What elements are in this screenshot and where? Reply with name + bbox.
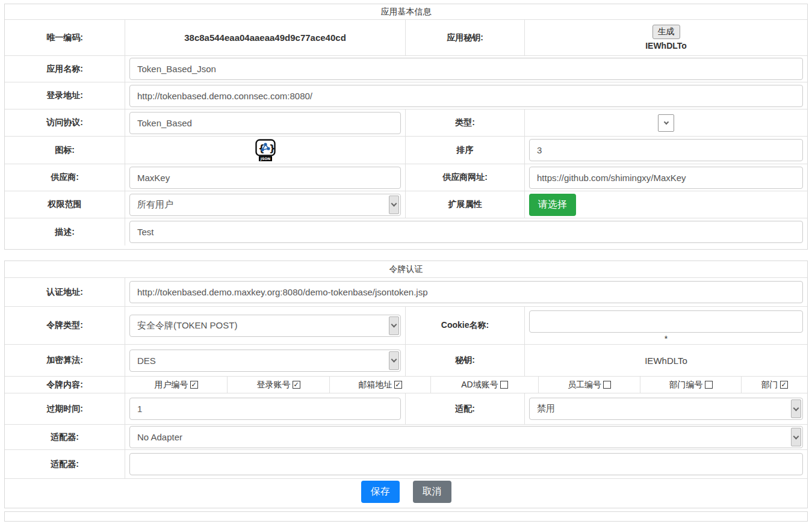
adapter-input-label: 适配器:	[5, 450, 125, 478]
token-content-item-label: 员工编号	[568, 380, 601, 390]
auth-url-cell	[125, 278, 807, 306]
basic-info-panel-title: 应用基本信息	[5, 4, 807, 20]
row-description: 描述:	[5, 218, 807, 245]
row-expiry-adapt: 过期时间: 适配: 禁用	[5, 393, 807, 424]
algorithm-label: 加密算法:	[5, 345, 125, 376]
cancel-button[interactable]: 取消	[413, 481, 451, 503]
checkbox-icon[interactable]	[394, 381, 402, 389]
row-auth-url: 认证地址:	[5, 278, 807, 306]
app-secret-label: 应用秘钥:	[405, 20, 524, 55]
row-login-url: 登录地址:	[5, 82, 807, 109]
token-content-item-userid[interactable]: 用户编号	[125, 377, 227, 393]
token-content-item-employee-id[interactable]: 员工编号	[538, 377, 640, 393]
expiry-label: 过期时间:	[5, 393, 125, 424]
app-name-label: 应用名称:	[5, 56, 125, 82]
svg-text:JSON: JSON	[259, 156, 270, 161]
algorithm-select[interactable]: DES	[129, 350, 401, 372]
ext-attr-label: 扩展属性	[405, 191, 524, 218]
row-scope-ext: 权限范围 所有用户 扩展属性 请选择	[5, 191, 807, 218]
algorithm-select-value: DES	[137, 356, 156, 366]
token-content-item-label: 用户编号	[155, 380, 188, 390]
login-url-cell	[125, 82, 807, 109]
checkbox-icon[interactable]	[500, 381, 508, 389]
protocol-input[interactable]	[129, 112, 401, 134]
cookie-name-label: Cookie名称:	[405, 307, 524, 344]
unique-code-cell: 38c8a544eaa04aaeaa49d9c77ace40cd	[125, 20, 405, 55]
checkbox-icon[interactable]	[780, 381, 788, 389]
row-protocol-type: 访问协议: 类型:	[5, 109, 807, 136]
token-auth-panel-title: 令牌认证	[5, 261, 807, 278]
token-content-item-ad-account[interactable]: AD域账号	[430, 377, 538, 393]
token-content-label: 令牌内容:	[5, 377, 125, 393]
checkbox-icon[interactable]	[603, 381, 611, 389]
adapter-select[interactable]: No Adapter	[129, 426, 803, 448]
row-app-name: 应用名称:	[5, 55, 807, 82]
vendor-url-cell	[524, 164, 807, 191]
vendor-url-input[interactable]	[529, 167, 803, 189]
description-input[interactable]	[129, 221, 803, 243]
token-content-item-label: AD域账号	[461, 380, 498, 390]
adapt-select-value: 禁用	[537, 403, 555, 415]
token-content-item-dept-id[interactable]: 部门编号	[640, 377, 741, 393]
adapt-cell: 禁用	[524, 393, 807, 424]
app-name-cell	[125, 56, 807, 82]
description-cell	[125, 218, 807, 245]
token-content-item-username[interactable]: 登录账号	[227, 377, 329, 393]
login-url-input[interactable]	[129, 85, 803, 107]
checkbox-icon[interactable]	[705, 381, 713, 389]
adapter-input[interactable]	[129, 453, 803, 475]
token-content-item-label: 登录账号	[257, 380, 291, 390]
adapter-input-cell	[125, 450, 807, 478]
scope-select[interactable]: 所有用户	[129, 194, 401, 216]
chevron-down-icon	[389, 351, 399, 370]
scope-label: 权限范围	[5, 191, 125, 218]
token-content-item-label: 部门编号	[669, 380, 703, 390]
token-content-item-dept[interactable]: 部门	[741, 377, 807, 393]
ext-attr-cell: 请选择	[524, 191, 807, 218]
auth-url-input[interactable]	[129, 281, 803, 303]
row-vendor: 供应商: 供应商网址:	[5, 164, 807, 191]
svg-text:}: }	[269, 143, 276, 153]
app-name-input[interactable]	[129, 58, 803, 80]
unique-code-label: 唯一编码:	[5, 20, 125, 55]
footer-empty-panel	[4, 511, 808, 522]
row-adapter-select: 适配器: No Adapter	[5, 424, 807, 449]
adapt-select[interactable]: 禁用	[529, 398, 803, 420]
icon-label: 图标:	[5, 137, 125, 164]
cookie-name-cell: *	[524, 307, 807, 344]
json-icon: { } JSON	[255, 139, 276, 162]
token-type-select[interactable]: 安全令牌(TOKEN POST)	[129, 315, 401, 337]
cookie-name-input[interactable]	[529, 310, 803, 333]
app-secret-cell: 生成 IEWhDLTo	[524, 20, 807, 55]
token-content-item-label: 部门	[761, 380, 778, 390]
sort-input[interactable]	[529, 139, 803, 161]
expiry-input[interactable]	[129, 398, 401, 420]
required-mark: *	[665, 334, 668, 343]
chevron-down-icon	[389, 196, 399, 214]
app-secret-value: IEWhDLTo	[645, 41, 687, 51]
checkbox-icon[interactable]	[190, 381, 198, 389]
basic-info-panel: 应用基本信息 唯一编码: 38c8a544eaa04aaeaa49d9c77ac…	[4, 4, 808, 250]
type-cell	[524, 109, 807, 136]
row-token-type-cookie: 令牌类型: 安全令牌(TOKEN POST) Cookie名称: *	[5, 306, 807, 344]
row-token-content: 令牌内容: 用户编号 登录账号 邮箱地址 AD域账号 员工编号 部门编号 部门	[5, 376, 807, 393]
save-button[interactable]: 保存	[361, 481, 400, 503]
token-type-label: 令牌类型:	[5, 307, 125, 344]
icon-cell: { } JSON	[125, 137, 405, 164]
vendor-input[interactable]	[129, 167, 401, 189]
auth-url-label: 认证地址:	[5, 278, 125, 306]
adapt-label: 适配:	[405, 393, 524, 424]
token-content-item-email[interactable]: 邮箱地址	[329, 377, 430, 393]
adapter-select-value: No Adapter	[137, 432, 182, 442]
secret-cell: IEWhDLTo	[524, 345, 807, 376]
protocol-label: 访问协议:	[5, 109, 125, 136]
type-select[interactable]	[658, 114, 674, 132]
token-auth-panel: 令牌认证 认证地址: 令牌类型: 安全令牌(TOKEN POST) Cookie…	[4, 260, 808, 508]
unique-code-value: 38c8a544eaa04aaeaa49d9c77ace40cd	[129, 32, 401, 43]
protocol-cell	[125, 109, 405, 136]
generate-secret-button[interactable]: 生成	[652, 25, 680, 39]
row-adapter-input: 适配器:	[5, 449, 807, 478]
choose-ext-attr-button[interactable]: 请选择	[529, 194, 576, 216]
checkbox-icon[interactable]	[293, 381, 300, 389]
sort-label: 排序	[405, 137, 524, 164]
